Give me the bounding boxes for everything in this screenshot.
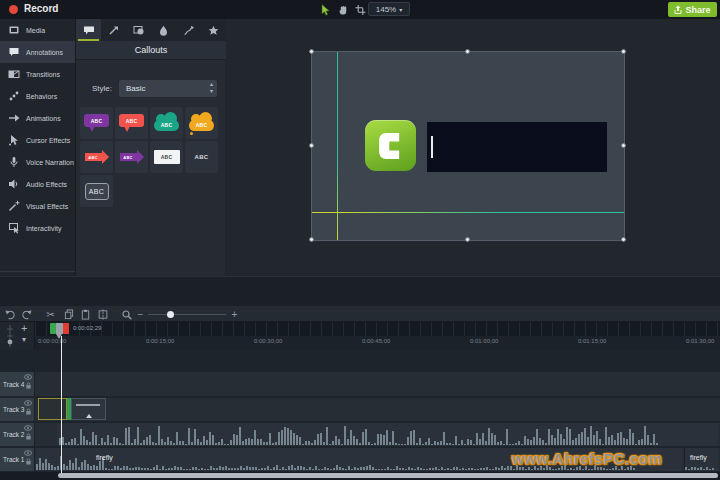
- share-button[interactable]: Share: [668, 2, 717, 17]
- callout-thumb-keystroke[interactable]: ABC: [80, 175, 113, 207]
- sidebar-item-label: Voice Narration: [26, 159, 74, 166]
- tab-callouts[interactable]: [76, 19, 101, 41]
- track-visibility-icon[interactable]: [24, 400, 32, 406]
- track-lock-icon[interactable]: [25, 458, 32, 465]
- plain-text-shape: ABC: [195, 154, 209, 160]
- pan-tool-button[interactable]: [336, 2, 351, 17]
- watermark: www.AhrefsPC.com: [512, 450, 662, 467]
- track-visibility-icon[interactable]: [24, 374, 32, 380]
- callout-clip[interactable]: [71, 398, 106, 420]
- timeline-toolbar: ✂ − +: [0, 306, 720, 322]
- callout-thumb-speech-purple[interactable]: ABC: [80, 107, 113, 139]
- cut-button[interactable]: ✂: [44, 308, 57, 321]
- sidebar-item-label: Visual Effects: [26, 203, 68, 210]
- track-lock-icon[interactable]: [25, 408, 32, 415]
- camtasia-logo-media[interactable]: [365, 120, 416, 171]
- annotations-panel: Callouts Style: Basic ▴▾ ABC ABC ABC ABC…: [75, 19, 225, 276]
- crop-tool-button[interactable]: [353, 2, 368, 17]
- timeline-zoom-slider-track[interactable]: [148, 314, 226, 315]
- sidebar-item-media[interactable]: Media: [0, 19, 75, 41]
- undo-button[interactable]: [4, 308, 17, 321]
- clip-text-line: [76, 404, 100, 406]
- sidebar-item-cursor-effects[interactable]: Cursor Effects: [0, 129, 75, 151]
- style-label: Style:: [92, 84, 112, 93]
- sidebar-item-visual-effects[interactable]: Visual Effects: [0, 195, 75, 217]
- sidebar-item-interactivity[interactable]: Interactivity: [0, 217, 75, 239]
- sidebar-item-behaviors[interactable]: Behaviors: [0, 85, 75, 107]
- track-lock-icon[interactable]: [25, 433, 32, 440]
- tab-shapes[interactable]: [126, 19, 151, 41]
- add-track-button[interactable]: +: [21, 322, 27, 334]
- callout-thumb-cloud-teal[interactable]: ABC: [150, 107, 183, 139]
- tab-blur[interactable]: [151, 19, 176, 41]
- camtasia-c-icon: [374, 129, 408, 163]
- selection-handle[interactable]: [465, 237, 470, 242]
- clip-label: firefly: [96, 454, 113, 461]
- playhead-line[interactable]: [61, 336, 62, 473]
- selection-handle[interactable]: [309, 237, 314, 242]
- tab-keystroke[interactable]: [201, 19, 226, 41]
- canvas-zoom-select[interactable]: 145% ▾: [368, 2, 410, 16]
- horizontal-scrollbar-thumb[interactable]: [58, 473, 718, 478]
- sidebar-item-label: Annotations: [26, 49, 63, 56]
- selection-handle[interactable]: [621, 237, 626, 242]
- undo-icon: [5, 309, 16, 320]
- redo-button[interactable]: [20, 308, 33, 321]
- audio-clip[interactable]: [57, 423, 718, 446]
- magic-wand-icon: [8, 200, 20, 212]
- blur-droplet-icon: [159, 25, 168, 36]
- trim-selection-region[interactable]: [38, 398, 67, 420]
- callout-thumb-arrow-purple[interactable]: ABC: [115, 141, 148, 173]
- zoom-in-button[interactable]: +: [228, 308, 241, 321]
- callout-text-box[interactable]: [427, 122, 607, 172]
- split-icon: [98, 309, 108, 320]
- music-clip-firefly-2[interactable]: firefly: [684, 448, 718, 471]
- timeline-ruler[interactable]: 0:00:02;29 0:00:00;00 0:00:15;00 0:00:30…: [35, 322, 720, 350]
- speech-bubble-shape: ABC: [84, 114, 109, 127]
- callout-thumb-cloud-orange[interactable]: ABC: [185, 107, 218, 139]
- sidebar-item-annotations[interactable]: Annotations: [0, 41, 75, 63]
- sidebar-item-animations[interactable]: Animations: [0, 107, 75, 129]
- style-select[interactable]: Basic ▴▾: [119, 80, 217, 97]
- audio-waveform: [685, 463, 718, 470]
- callout-pointer-icon: [86, 414, 92, 418]
- paste-button[interactable]: [79, 308, 92, 321]
- clip-label: firefly: [690, 454, 707, 461]
- copy-button[interactable]: [62, 308, 75, 321]
- share-export-icon: [674, 5, 682, 15]
- track-height-slider[interactable]: [5, 324, 15, 348]
- split-button[interactable]: [96, 308, 109, 321]
- tab-arrows[interactable]: [101, 19, 126, 41]
- arrow-tab-icon: [108, 25, 119, 36]
- select-tool-button[interactable]: [318, 2, 333, 17]
- selection-handle[interactable]: [309, 49, 314, 54]
- keystroke-tab-icon: [208, 25, 219, 36]
- timeline-zoom-button[interactable]: [120, 308, 133, 321]
- callout-thumb-arrow-red[interactable]: ABC: [80, 141, 113, 173]
- track-lock-icon[interactable]: [25, 382, 32, 389]
- canvas-stage[interactable]: [312, 52, 624, 240]
- ruler-tick-strip: [35, 322, 720, 336]
- sidebar-item-audio-effects[interactable]: Audio Effects: [0, 173, 75, 195]
- selection-handle[interactable]: [309, 143, 314, 148]
- timeline-zoom-slider-handle[interactable]: [167, 311, 174, 318]
- playhead-handle[interactable]: [56, 323, 63, 334]
- playback-controls: ‹ › Properties: [0, 276, 720, 306]
- callout-thumb-plain-text[interactable]: ABC: [185, 141, 218, 173]
- callout-thumb-white-rect[interactable]: ABC: [150, 141, 183, 173]
- horizontal-guide-line: [312, 212, 624, 213]
- sidebar-item-transitions[interactable]: Transitions: [0, 63, 75, 85]
- track-visibility-icon[interactable]: [24, 425, 32, 431]
- track-name: Track 1: [3, 456, 24, 463]
- sidebar-item-voice-narration[interactable]: Voice Narration: [0, 151, 75, 173]
- tab-sketch-motion[interactable]: [176, 19, 201, 41]
- selection-handle[interactable]: [621, 143, 626, 148]
- zoom-out-button[interactable]: −: [134, 308, 147, 321]
- ruler-tick: 0:00:45;00: [362, 338, 390, 344]
- selection-handle[interactable]: [621, 49, 626, 54]
- callout-thumb-speech-red[interactable]: ABC: [115, 107, 148, 139]
- track-visibility-icon[interactable]: [24, 450, 32, 456]
- collapse-tracks-button[interactable]: ▾: [22, 335, 26, 344]
- playhead-out-handle[interactable]: [63, 323, 69, 334]
- selection-handle[interactable]: [465, 49, 470, 54]
